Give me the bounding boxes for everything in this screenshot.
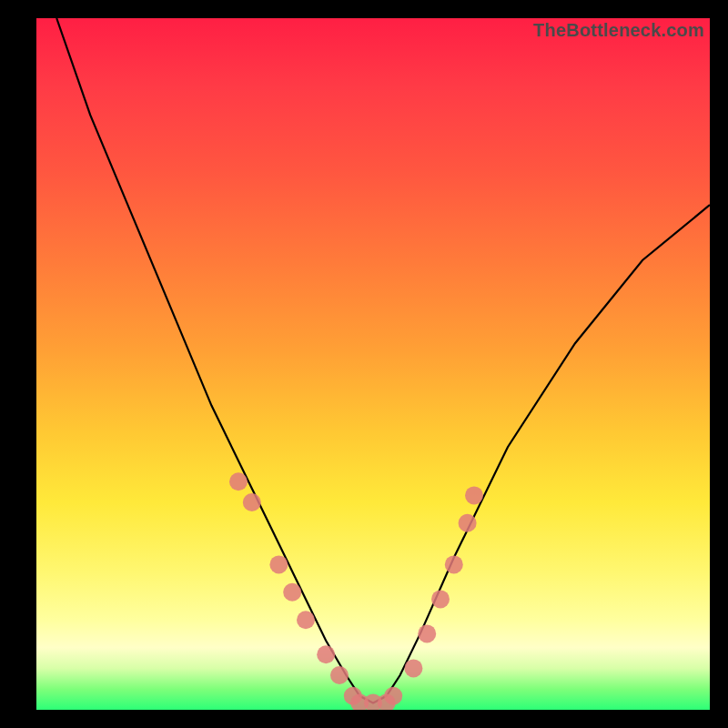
sample-dots bbox=[229, 472, 483, 710]
sample-dot bbox=[283, 583, 301, 602]
chart-frame: TheBottleneck.com bbox=[0, 0, 728, 728]
sample-dot bbox=[418, 624, 436, 642]
bottleneck-curve bbox=[56, 18, 710, 703]
sample-dot bbox=[317, 645, 335, 663]
sample-dot bbox=[269, 555, 288, 573]
sample-dot bbox=[459, 514, 477, 532]
sample-dot bbox=[445, 555, 463, 573]
chart-plot-area: TheBottleneck.com bbox=[36, 18, 710, 710]
sample-dot bbox=[404, 659, 422, 677]
chart-svg bbox=[36, 18, 710, 710]
sample-dot bbox=[243, 493, 261, 511]
sample-dot bbox=[431, 590, 450, 608]
sample-dot bbox=[384, 687, 402, 705]
sample-dot bbox=[330, 666, 349, 684]
sample-dot bbox=[297, 611, 315, 629]
sample-dot bbox=[229, 472, 248, 490]
sample-dot bbox=[465, 486, 483, 504]
